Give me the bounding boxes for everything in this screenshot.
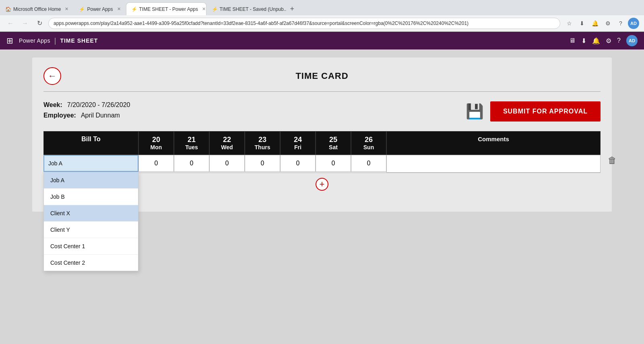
toolbar-icons: ☆ ⬇ 🔔 ⚙ ? AD — [564, 18, 639, 29]
comments-cell[interactable] — [386, 155, 601, 173]
browser-chrome: 🏠 Microsoft Office Home ✕ ⚡ Power Apps ✕… — [0, 0, 644, 32]
hours-input-fri[interactable] — [280, 155, 316, 172]
meta-left: Week: 7/20/2020 - 7/26/2020 Employee: Ap… — [43, 101, 130, 119]
user-avatar[interactable]: AD — [626, 35, 638, 46]
powerapps-app-title: TIME SHEET — [60, 37, 98, 44]
bell-icon[interactable]: 🔔 — [589, 18, 601, 29]
hours-input-sat[interactable] — [316, 155, 351, 172]
meta-actions: 💾 SUBMIT FOR APPROVAL — [466, 101, 601, 122]
hours-input-sun[interactable] — [351, 155, 386, 172]
help-bar-icon[interactable]: ? — [617, 37, 621, 44]
bill-to-dropdown[interactable]: Job A — [43, 155, 138, 172]
day-header-23: 23 Thurs — [245, 131, 280, 155]
day-header-22: 22 Wed — [209, 131, 245, 155]
hours-input-wed[interactable] — [209, 155, 245, 172]
star-icon[interactable]: ☆ — [564, 18, 575, 29]
card-header: ← TIME CARD — [43, 67, 601, 92]
download-icon[interactable]: ⬇ — [576, 18, 588, 29]
tab-label-saved: TIME SHEET - Saved (Unpub... — [220, 6, 287, 12]
day-name-sat: Sat — [318, 144, 349, 150]
hours-input-thurs[interactable] — [245, 155, 280, 172]
bill-to-header: Bill To — [43, 131, 138, 155]
day-num-23: 23 — [247, 136, 278, 144]
dropdown-item-client-x[interactable]: Client X — [44, 205, 138, 222]
tab-close-office[interactable]: ✕ — [65, 6, 68, 12]
delete-row-icon[interactable]: 🗑 — [608, 155, 617, 166]
submit-approval-button[interactable]: SUBMIT FOR APPROVAL — [490, 101, 601, 122]
monitor-icon[interactable]: 🖥 — [569, 37, 576, 44]
tab-label-timesheet: TIME SHEET - Power Apps — [139, 6, 198, 12]
day-name-wed: Wed — [211, 144, 243, 150]
powerapps-separator: | — [54, 37, 56, 45]
tab-powerapps[interactable]: ⚡ Power Apps ✕ — [74, 2, 126, 15]
delete-row-cell: 🗑 — [608, 152, 617, 169]
tab-favicon-timesheet: ⚡ — [131, 6, 137, 12]
table-row: Job A Job A Job B Client X Client Y Cost… — [43, 155, 601, 173]
forward-nav-button[interactable]: → — [19, 18, 31, 29]
hours-wed[interactable] — [209, 155, 245, 173]
hours-sun[interactable] — [351, 155, 386, 173]
refresh-button[interactable]: ↻ — [34, 18, 45, 29]
hours-input-mon[interactable] — [138, 155, 174, 172]
tab-favicon-saved: ⚡ — [212, 6, 217, 12]
url-bar[interactable]: apps.powerapps.com/play/2a14a952-aae1-44… — [48, 18, 560, 29]
tab-timesheet-saved[interactable]: ⚡ TIME SHEET - Saved (Unpub... ✕ — [206, 2, 287, 15]
hours-input-tues[interactable] — [174, 155, 209, 172]
dropdown-item-job-b[interactable]: Job B — [44, 189, 138, 205]
help-icon[interactable]: ? — [615, 18, 626, 29]
powerapps-brand-label: Power Apps — [19, 37, 50, 44]
comments-input[interactable] — [387, 155, 600, 172]
hours-mon[interactable] — [138, 155, 174, 173]
bill-to-selected-value: Job A — [48, 160, 62, 167]
settings-icon[interactable]: ⚙ — [602, 18, 613, 29]
profile-avatar[interactable]: AD — [628, 18, 639, 29]
day-name-fri: Fri — [282, 144, 314, 150]
day-name-sun: Sun — [353, 144, 384, 150]
employee-label: Employee: — [43, 112, 76, 119]
new-tab-button[interactable]: + — [287, 2, 298, 15]
day-num-24: 24 — [282, 136, 314, 144]
hours-fri[interactable] — [280, 155, 316, 173]
day-num-22: 22 — [211, 136, 243, 144]
tab-timesheet-active[interactable]: ⚡ TIME SHEET - Power Apps ✕ — [126, 2, 206, 15]
add-row-button[interactable]: + — [316, 178, 328, 191]
tab-office[interactable]: 🏠 Microsoft Office Home ✕ — [0, 2, 74, 15]
day-header-25: 25 Sat — [316, 131, 351, 155]
day-header-26: 26 Sun — [351, 131, 386, 155]
hours-tues[interactable] — [174, 155, 209, 173]
employee-row: Employee: April Dunnam — [43, 112, 130, 119]
day-name-mon: Mon — [140, 144, 172, 150]
tab-close-powerapps[interactable]: ✕ — [117, 6, 121, 12]
hours-thurs[interactable] — [245, 155, 280, 173]
app-content: ← TIME CARD Week: 7/20/2020 - 7/26/2020 … — [0, 49, 644, 344]
download-bar-icon[interactable]: ⬇ — [581, 37, 586, 45]
dropdown-item-client-y[interactable]: Client Y — [44, 222, 138, 238]
meta-section: Week: 7/20/2020 - 7/26/2020 Employee: Ap… — [43, 101, 601, 122]
bill-to-dropdown-menu[interactable]: Job A Job B Client X Client Y Cost Cente… — [43, 172, 138, 271]
powerapps-logo-icon: ⊞ — [6, 36, 13, 45]
day-header-20: 20 Mon — [138, 131, 174, 155]
dropdown-item-cost-center-2[interactable]: Cost Center 2 — [44, 255, 138, 271]
gear-bar-icon[interactable]: ⚙ — [606, 37, 611, 45]
day-header-24: 24 Fri — [280, 131, 316, 155]
dropdown-item-cost-center-1[interactable]: Cost Center 1 — [44, 238, 138, 255]
day-header-21: 21 Tues — [174, 131, 209, 155]
bell-bar-icon[interactable]: 🔔 — [592, 37, 600, 45]
url-text: apps.powerapps.com/play/2a14a952-aae1-44… — [54, 21, 469, 26]
timecard-card: ← TIME CARD Week: 7/20/2020 - 7/26/2020 … — [32, 58, 612, 212]
dropdown-item-job-a[interactable]: Job A — [44, 172, 138, 189]
bill-to-cell[interactable]: Job A Job A Job B Client X Client Y Cost… — [43, 155, 138, 173]
hours-sat[interactable] — [316, 155, 351, 173]
back-nav-button[interactable]: ← — [5, 18, 16, 29]
employee-value: April Dunnam — [81, 112, 120, 119]
comments-header: Comments — [386, 131, 601, 155]
tab-bar: 🏠 Microsoft Office Home ✕ ⚡ Power Apps ✕… — [0, 0, 644, 15]
back-button[interactable]: ← — [43, 67, 61, 85]
week-value: 7/20/2020 - 7/26/2020 — [67, 101, 130, 109]
time-grid: Bill To 20 Mon 21 Tues 22 Wed 23 Thurs — [43, 131, 601, 196]
address-bar: ← → ↻ apps.powerapps.com/play/2a14a952-a… — [0, 15, 644, 31]
day-num-21: 21 — [176, 136, 207, 144]
save-icon[interactable]: 💾 — [466, 103, 484, 120]
tab-close-timesheet[interactable]: ✕ — [202, 6, 206, 12]
day-num-26: 26 — [353, 136, 384, 144]
